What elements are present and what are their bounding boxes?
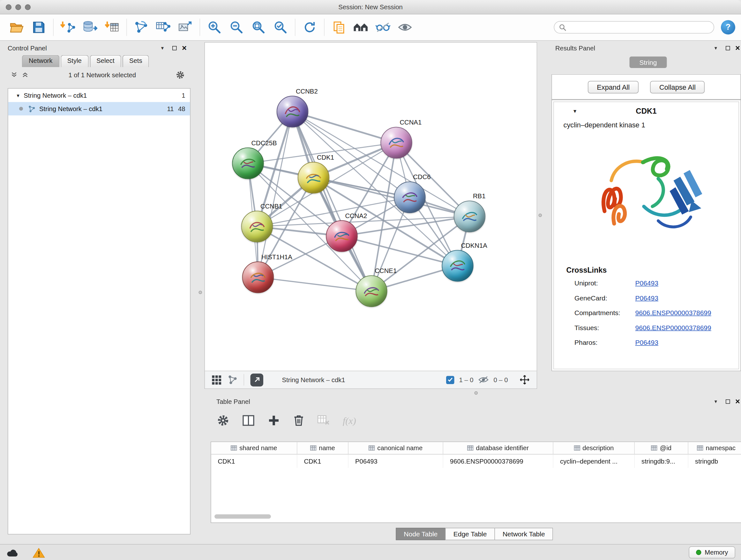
network-node-CDKN1A[interactable]: CDKN1A: [442, 250, 474, 282]
network-edge[interactable]: [258, 277, 372, 292]
add-column-icon[interactable]: [268, 415, 280, 427]
splitter-handle[interactable]: [539, 213, 542, 217]
column-header--id[interactable]: @id: [635, 442, 688, 454]
network-node-CCNE1[interactable]: CCNE1: [356, 275, 387, 307]
window-minimize-button[interactable]: [15, 4, 21, 10]
column-header-name[interactable]: name: [297, 442, 349, 454]
refresh-button[interactable]: [299, 17, 321, 37]
memory-button[interactable]: Memory: [689, 547, 735, 559]
panel-float-icon[interactable]: [172, 46, 177, 50]
save-session-button[interactable]: [28, 17, 50, 37]
column-header-database-identifier[interactable]: database identifier: [443, 442, 553, 454]
new-network-button[interactable]: [130, 17, 152, 37]
network-node-CDC6[interactable]: CDC6: [394, 182, 426, 213]
open-session-button[interactable]: [6, 17, 28, 37]
expand-all-button[interactable]: Expand All: [588, 81, 639, 93]
table-settings-gear-icon[interactable]: [217, 415, 229, 427]
warning-icon[interactable]: [32, 547, 45, 558]
delete-column-trash-icon[interactable]: [293, 415, 305, 427]
panel-menu-icon[interactable]: ▾: [161, 45, 164, 51]
network-collection-row[interactable]: ▾ String Network – cdk1 1: [8, 89, 190, 102]
import-table-button[interactable]: [101, 17, 123, 37]
tab-edge-table[interactable]: Edge Table: [445, 528, 495, 540]
select-columns-icon[interactable]: [242, 415, 255, 427]
window-close-button[interactable]: [6, 4, 11, 10]
panel-close-icon[interactable]: ×: [735, 44, 740, 52]
tree-caret-icon[interactable]: ▾: [17, 92, 19, 99]
panel-float-icon[interactable]: [726, 46, 730, 50]
import-network-file-button[interactable]: [57, 17, 79, 37]
panel-float-icon[interactable]: [726, 399, 730, 403]
window-zoom-button[interactable]: [25, 4, 30, 10]
selected-checkbox-icon[interactable]: [446, 376, 455, 384]
tab-node-table[interactable]: Node Table: [396, 528, 446, 540]
expand-all-tree-icon[interactable]: [22, 71, 29, 78]
network-edge[interactable]: [293, 112, 372, 292]
collapse-caret-icon[interactable]: ▾: [574, 108, 576, 115]
table-cell[interactable]: 9606.ENSP00000378699: [443, 455, 553, 468]
collapse-all-button[interactable]: Collapse All: [650, 81, 705, 93]
zoom-in-button[interactable]: [204, 17, 226, 37]
network-from-table-button[interactable]: [152, 17, 174, 37]
export-network-button[interactable]: [251, 373, 264, 386]
table-cell[interactable]: CDK1: [211, 455, 297, 468]
panel-menu-icon[interactable]: ▾: [715, 45, 717, 51]
tab-select[interactable]: Select: [90, 55, 121, 67]
column-header-canonical-name[interactable]: canonical name: [348, 442, 443, 454]
panel-menu-icon[interactable]: ▾: [715, 398, 717, 405]
collapse-all-tree-icon[interactable]: [10, 71, 18, 78]
clone-network-button[interactable]: [328, 17, 350, 37]
home-view-button[interactable]: [350, 17, 372, 37]
table-row[interactable]: CDK1CDK1P064939606.ENSP00000378699cyclin…: [211, 455, 741, 468]
network-node-CCNA2[interactable]: CCNA2: [326, 220, 358, 252]
network-overview-icon[interactable]: [228, 375, 238, 385]
hide-panels-button[interactable]: [372, 17, 394, 37]
pan-crosshair-icon[interactable]: [520, 374, 530, 385]
crosslink-link[interactable]: 9606.ENSP00000378699: [635, 309, 711, 316]
network-row-selected[interactable]: String Network – cdk1 11 48: [8, 102, 190, 116]
splitter-handle[interactable]: [199, 291, 202, 294]
tab-string[interactable]: String: [630, 57, 667, 68]
network-node-CDK1[interactable]: CDK1: [298, 162, 329, 193]
network-node-CDC25B[interactable]: CDC25B: [232, 147, 264, 179]
network-canvas[interactable]: CCNB2CCNA1CDC25BCDK1CDC6RB1CCNB1CCNA2CDK…: [205, 43, 537, 371]
column-header-namespac[interactable]: namespac: [688, 442, 741, 454]
column-header-description[interactable]: description: [553, 442, 635, 454]
crosslink-link[interactable]: 9606.ENSP00000378699: [635, 323, 711, 331]
table-cell[interactable]: P06493: [348, 455, 443, 468]
table-horizontal-scrollbar[interactable]: [214, 514, 271, 519]
network-node-HIST1H1A[interactable]: HIST1H1A: [242, 261, 274, 293]
panel-close-icon[interactable]: ×: [182, 44, 187, 52]
search-input[interactable]: [569, 23, 709, 31]
table-cell[interactable]: stringdb: [688, 455, 741, 468]
panel-close-icon[interactable]: ×: [735, 397, 740, 406]
protein-header[interactable]: ▾ CDK1: [554, 102, 739, 120]
crosslink-link[interactable]: P06493: [635, 338, 658, 346]
zoom-selected-button[interactable]: [270, 17, 292, 37]
import-network-database-button[interactable]: [79, 17, 101, 37]
network-node-CCNB2[interactable]: CCNB2: [277, 96, 308, 127]
help-button[interactable]: ?: [721, 20, 735, 35]
tab-network-table[interactable]: Network Table: [494, 528, 553, 540]
table-cell[interactable]: CDK1: [297, 455, 349, 468]
table-cell[interactable]: cyclin–dependent ...: [553, 455, 635, 468]
zoom-fit-button[interactable]: [248, 17, 270, 37]
crosslink-link[interactable]: P06493: [635, 279, 658, 287]
tab-style[interactable]: Style: [61, 55, 88, 67]
network-node-RB1[interactable]: RB1: [454, 201, 485, 233]
network-node-CCNA1[interactable]: CCNA1: [381, 127, 412, 159]
splitter-handle[interactable]: [475, 391, 478, 395]
column-header-shared-name[interactable]: shared name: [211, 442, 297, 454]
gear-icon[interactable]: [176, 70, 185, 79]
show-view-button[interactable]: [394, 17, 416, 37]
network-node-CCNB1[interactable]: CCNB1: [241, 211, 273, 242]
crosslink-link[interactable]: P06493: [635, 294, 658, 301]
export-image-button[interactable]: [174, 17, 196, 37]
zoom-out-button[interactable]: [226, 17, 248, 37]
tab-network[interactable]: Network: [22, 55, 59, 67]
hidden-eye-icon[interactable]: [478, 376, 488, 384]
cloud-icon[interactable]: [6, 548, 20, 557]
tab-sets[interactable]: Sets: [123, 55, 149, 67]
table-cell[interactable]: stringdb:9...: [635, 455, 688, 468]
birds-eye-view-icon[interactable]: [212, 375, 222, 385]
